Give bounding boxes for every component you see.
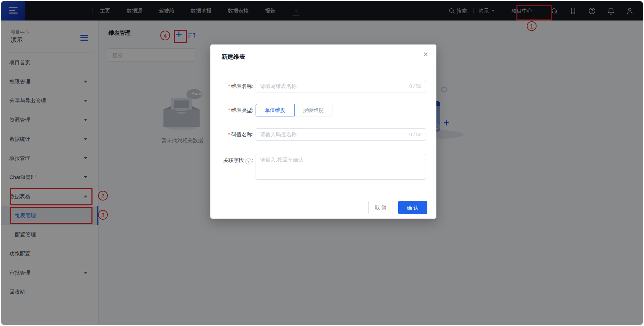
table-name-input[interactable]: 请填写维表名称 0 / 50	[256, 80, 426, 92]
confirm-button[interactable]: 确 认	[398, 201, 427, 214]
table-type-radio-group: 单值维度 层级维度	[256, 104, 332, 116]
help-icon[interactable]: ?	[245, 158, 251, 164]
new-dimension-table-modal: 新建维表 × *维表名称: 请填写维表名称 0 / 50 *维表类型: 单值维度…	[210, 44, 436, 219]
type-option-hierarchy[interactable]: 层级维度	[295, 104, 332, 116]
table-name-placeholder: 请填写维表名称	[260, 83, 409, 90]
modal-footer-divider	[210, 196, 436, 196]
table-name-label: *维表名称:	[210, 80, 253, 92]
code-name-input[interactable]: 请输入码值名称 0 / 50	[256, 128, 426, 141]
table-type-label: *维表类型:	[210, 104, 253, 116]
close-icon[interactable]: ×	[423, 50, 428, 58]
modal-title: 新建维表	[222, 53, 245, 61]
cancel-button[interactable]: 取 消	[368, 201, 393, 214]
modal-header-divider	[210, 68, 436, 68]
type-option-single-value[interactable]: 单值维度	[256, 104, 295, 116]
code-name-label: *码值名称:	[210, 128, 253, 141]
code-name-counter: 0 / 50	[409, 132, 421, 137]
app-window: 主页 数据源 驾驶舱 数据填报 数据表格 报告 搜索 演示	[1, 1, 643, 325]
code-name-placeholder: 请输入码值名称	[260, 131, 409, 138]
related-fields-textarea[interactable]: 请输入,按回车确认	[256, 154, 426, 180]
related-fields-label: 关联字段?:	[210, 154, 253, 166]
table-name-counter: 0 / 50	[409, 83, 421, 89]
related-fields-placeholder: 请输入,按回车确认	[260, 157, 303, 163]
